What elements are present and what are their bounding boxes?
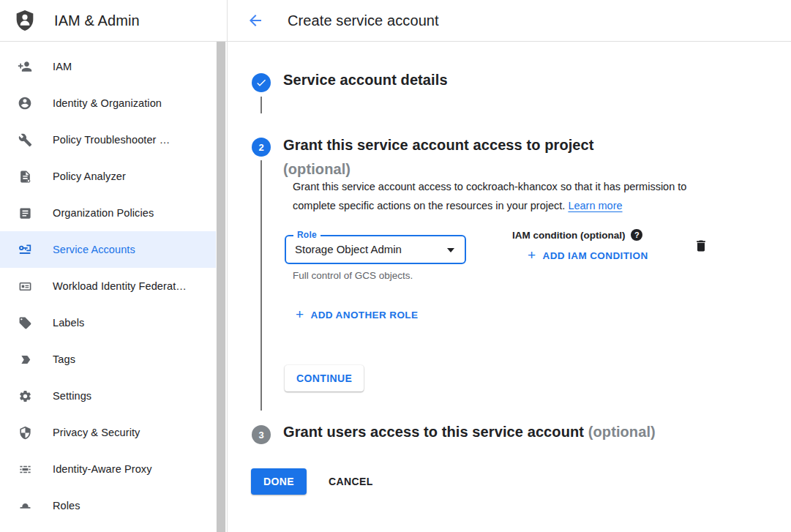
step3-number-badge: 3: [252, 425, 271, 444]
step3-title: Grant users access to this service accou…: [283, 424, 584, 440]
step1-complete-badge: [252, 73, 271, 92]
footer-actions: DONE CANCEL: [251, 468, 373, 495]
sidebar-nav: IAM Identity & Organization Policy Troub…: [0, 42, 227, 524]
add-iam-condition-button[interactable]: + ADD IAM CONDITION: [528, 250, 648, 261]
step2-number: 2: [258, 142, 263, 153]
sidebar-item-identity-organization[interactable]: Identity & Organization: [0, 85, 217, 121]
roles-hat-icon: [18, 498, 32, 513]
label-tag-icon: [18, 315, 32, 330]
sidebar-item-label: Labels: [53, 317, 84, 329]
sidebar-item-service-accounts[interactable]: Service Accounts: [0, 231, 217, 268]
learn-more-link[interactable]: Learn more: [568, 200, 622, 211]
sidebar-item-label: Settings: [53, 390, 91, 402]
sidebar-scrollbar[interactable]: [216, 42, 226, 532]
policy-analyzer-doc-icon: [18, 169, 32, 184]
help-icon[interactable]: ?: [631, 229, 642, 241]
step2-heading: Grant this service account access to pro…: [283, 135, 693, 180]
sidebar-item-label: Organization Policies: [53, 207, 154, 219]
service-account-key-icon: [18, 242, 32, 257]
iam-condition-row: IAM condition (optional) ?: [512, 229, 642, 241]
step3-heading: Grant users access to this service accou…: [283, 424, 656, 441]
sidebar: IAM & Admin IAM Identity & Organization …: [0, 0, 228, 532]
step3-number: 3: [258, 430, 263, 441]
sidebar-item-label: Identity-Aware Proxy: [53, 463, 152, 475]
sidebar-item-organization-policies[interactable]: Organization Policies: [0, 195, 217, 231]
step2-description: Grant this service account access to coc…: [293, 178, 726, 215]
proxy-icon: [18, 462, 32, 476]
continue-button[interactable]: CONTINUE: [285, 365, 364, 391]
sidebar-scrollbar-thumb[interactable]: [217, 42, 225, 532]
help-glyph: ?: [634, 231, 640, 239]
role-select-label: Role: [293, 230, 320, 240]
tag-arrow-icon: [18, 352, 32, 367]
page-title: Create service account: [288, 12, 439, 29]
plus-icon: +: [296, 309, 304, 321]
step-connector: [260, 97, 262, 113]
add-another-role-button[interactable]: + ADD ANOTHER ROLE: [296, 309, 418, 321]
main-content: Service account details 2 Grant this ser…: [228, 42, 791, 532]
gear-icon: [18, 389, 32, 403]
add-another-role-label: ADD ANOTHER ROLE: [311, 310, 419, 321]
sidebar-item-tags[interactable]: Tags: [0, 341, 217, 378]
step2-optional-label: (optional): [283, 159, 693, 180]
wrench-icon: [18, 132, 32, 147]
sidebar-item-label: Service Accounts: [53, 244, 135, 255]
sidebar-item-label: IAM: [53, 61, 72, 72]
iam-condition-label: IAM condition (optional): [512, 230, 625, 241]
step-connector: [260, 160, 262, 411]
sidebar-item-settings[interactable]: Settings: [0, 378, 217, 414]
step1-title: Service account details: [283, 72, 448, 89]
sidebar-header: IAM & Admin: [0, 0, 227, 42]
step3-optional-label: (optional): [588, 424, 656, 440]
step2-number-badge: 2: [252, 138, 271, 157]
step2-description-text: Grant this service account access to coc…: [293, 181, 686, 211]
sidebar-item-label: Roles: [53, 500, 80, 512]
iam-shield-logo-icon: [13, 7, 37, 34]
role-select-value: Storage Object Admin: [295, 243, 402, 255]
role-helper-text: Full control of GCS objects.: [293, 270, 413, 281]
add-iam-condition-label: ADD IAM CONDITION: [543, 250, 648, 261]
app-title: IAM & Admin: [54, 12, 140, 29]
sidebar-item-label: Workload Identity Federat…: [53, 280, 187, 292]
workload-identity-card-icon: [18, 279, 32, 293]
sidebar-item-policy-analyzer[interactable]: Policy Analyzer: [0, 158, 217, 195]
topbar: Create service account: [228, 0, 791, 42]
sidebar-item-label: Privacy & Security: [53, 427, 140, 438]
done-button[interactable]: DONE: [251, 468, 307, 495]
check-icon: [255, 77, 267, 89]
delete-role-trash-icon[interactable]: [694, 238, 708, 254]
role-select[interactable]: Role Storage Object Admin: [285, 235, 466, 264]
sidebar-item-workload-identity-federation[interactable]: Workload Identity Federat…: [0, 268, 217, 304]
org-policies-doc-icon: [18, 206, 32, 220]
sidebar-item-label: Tags: [53, 353, 75, 365]
sidebar-item-labels[interactable]: Labels: [0, 304, 217, 341]
person-add-icon: [18, 59, 32, 74]
privacy-shield-icon: [18, 425, 32, 440]
sidebar-item-privacy-security[interactable]: Privacy & Security: [0, 414, 217, 451]
step2-title: Grant this service account access to pro…: [283, 137, 594, 153]
sidebar-item-policy-troubleshooter[interactable]: Policy Troubleshooter …: [0, 121, 217, 158]
identity-person-icon: [18, 96, 32, 110]
sidebar-item-label: Identity & Organization: [53, 97, 162, 109]
plus-icon: +: [528, 250, 536, 261]
sidebar-item-iam[interactable]: IAM: [0, 48, 217, 85]
sidebar-item-roles[interactable]: Roles: [0, 487, 217, 524]
cancel-button[interactable]: CANCEL: [329, 476, 373, 487]
back-arrow-icon[interactable]: [247, 12, 264, 29]
dropdown-caret-icon: [447, 248, 454, 252]
sidebar-item-identity-aware-proxy[interactable]: Identity-Aware Proxy: [0, 451, 217, 487]
sidebar-item-label: Policy Troubleshooter …: [53, 134, 170, 146]
sidebar-item-label: Policy Analyzer: [53, 171, 126, 182]
